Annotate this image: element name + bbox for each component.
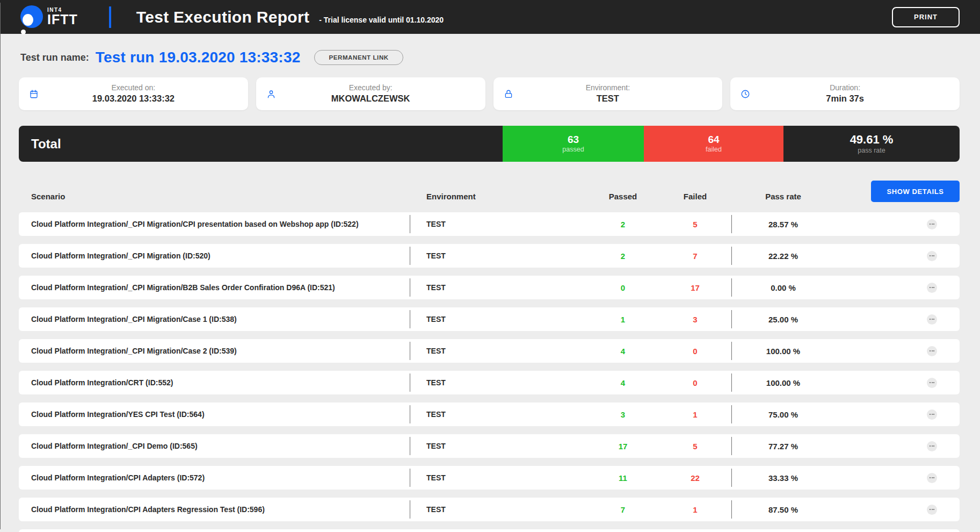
pass-rate-cell: 77.27 % xyxy=(731,434,835,458)
environment-cell: TEST xyxy=(410,339,587,363)
scenario-cell: Cloud Platform Integration/_CPI Migratio… xyxy=(19,251,410,260)
table-row: Cloud Platform Integration/_CPI Migratio… xyxy=(19,276,960,299)
table-row: Cloud Platform Integration/_CPI Migratio… xyxy=(19,339,960,363)
total-summary-bar: Total 63 passed 64 failed 49.61 % pass r… xyxy=(19,126,960,162)
table-row: Cloud Platform Integration/CPI Adapters … xyxy=(19,466,960,490)
pass-rate-cell: 33.33 % xyxy=(731,466,835,490)
pass-rate-cell: 75.00 % xyxy=(731,402,835,426)
scenario-cell: Cloud Platform Integration/CRT (ID:552) xyxy=(19,378,410,387)
passed-cell: 11 xyxy=(587,473,659,483)
pass-rate-cell: 22.22 % xyxy=(731,244,835,268)
permanent-link-button[interactable]: PERMANENT LINK xyxy=(314,50,403,65)
app-header: INT4 IFTT Test Execution Report - Trial … xyxy=(0,0,980,34)
card-label: Executed on: xyxy=(112,83,156,93)
scenario-cell: Cloud Platform Integration/CPI Adapters … xyxy=(19,505,410,514)
column-header-environment: Environment xyxy=(410,192,587,201)
column-header-scenario: Scenario xyxy=(19,192,410,201)
pass-rate-value: 49.61 % xyxy=(850,133,894,147)
pass-rate-cell: 87.50 % xyxy=(731,498,835,521)
scenario-cell: Cloud Platform Integration/_CPI Migratio… xyxy=(19,220,410,228)
table-row: Cloud Platform Integration/_CPI Migratio… xyxy=(19,307,960,331)
passed-cell: 4 xyxy=(587,347,659,356)
scenario-cell: Cloud Platform Integration/YES CPI Test … xyxy=(19,410,410,419)
failed-cell: 7 xyxy=(659,251,731,261)
failed-cell: 0 xyxy=(659,378,731,387)
pass-rate-cell: 25.00 % xyxy=(731,307,835,331)
page-title: Test Execution Report xyxy=(136,8,309,26)
card-executed-by: Executed by: MKOWALCZEWSK xyxy=(256,77,485,110)
environment-cell: TEST xyxy=(410,402,587,426)
row-actions-ellipsis-button[interactable] xyxy=(927,283,937,293)
passed-segment: 63 passed xyxy=(503,126,644,162)
test-run-bar: Test run name: Test run 19.03.2020 13:33… xyxy=(19,47,960,68)
row-actions-ellipsis-button[interactable] xyxy=(927,219,937,229)
failed-cell: 3 xyxy=(659,315,731,324)
table-row: Cloud Platform Integration/YES CPI Test … xyxy=(19,402,960,426)
test-run-name: Test run 19.03.2020 13:33:32 xyxy=(96,49,301,66)
scenario-cell: Cloud Platform Integration/_CPI Demo (ID… xyxy=(19,442,410,450)
scenario-cell: Cloud Platform Integration/_CPI Migratio… xyxy=(19,347,410,355)
column-header-pass-rate: Pass rate xyxy=(731,192,835,201)
title-divider xyxy=(109,6,111,28)
pass-rate-segment: 49.61 % pass rate xyxy=(783,126,960,162)
environment-cell: TEST xyxy=(410,498,587,521)
total-label: Total xyxy=(31,136,61,152)
row-actions-ellipsis-button[interactable] xyxy=(927,314,937,325)
card-value: MKOWALCZEWSK xyxy=(331,93,410,104)
calendar-icon xyxy=(29,89,39,99)
table-header: Scenario Environment Passed Failed Pass … xyxy=(19,180,960,202)
brand-bottom: IFTT xyxy=(47,13,78,26)
column-header-failed: Failed xyxy=(659,192,731,201)
show-details-button[interactable]: SHOW DETAILS xyxy=(871,181,960,202)
passed-cell: 2 xyxy=(587,251,659,261)
license-note: - Trial license valid until 01.10.2020 xyxy=(319,10,444,24)
failed-cell: 1 xyxy=(659,505,731,514)
pass-rate-cell: 0.00 % xyxy=(731,276,835,299)
print-button[interactable]: PRINT xyxy=(892,7,960,27)
passed-label: passed xyxy=(562,146,584,154)
pass-rate-label: pass rate xyxy=(858,147,885,155)
scenario-cell: Cloud Platform Integration/CPI Adapters … xyxy=(19,473,410,482)
table-row: Cloud Platform Integration/_CPI Migratio… xyxy=(19,244,960,268)
int4-logo-icon xyxy=(20,5,43,28)
failed-cell: 5 xyxy=(659,220,731,229)
passed-count: 63 xyxy=(568,134,579,146)
row-actions-ellipsis-button[interactable] xyxy=(927,441,937,451)
row-actions-ellipsis-button[interactable] xyxy=(927,251,937,261)
test-run-label: Test run name: xyxy=(20,52,89,63)
table-body: Cloud Platform Integration/_CPI Migratio… xyxy=(19,212,960,521)
table-row: Cloud Platform Integration/CPI Adapters … xyxy=(19,498,960,521)
card-label: Duration: xyxy=(830,83,860,93)
environment-cell: TEST xyxy=(410,307,587,331)
failed-segment: 64 failed xyxy=(644,126,783,162)
passed-cell: 17 xyxy=(587,442,659,451)
row-actions-ellipsis-button[interactable] xyxy=(927,378,937,388)
scenario-cell: Cloud Platform Integration/_CPI Migratio… xyxy=(19,315,410,323)
user-icon xyxy=(266,89,276,99)
row-actions-ellipsis-button[interactable] xyxy=(927,505,937,515)
card-value: TEST xyxy=(597,93,619,104)
passed-cell: 3 xyxy=(587,410,659,419)
card-value: 19.03.2020 13:33:32 xyxy=(92,93,175,104)
column-header-passed: Passed xyxy=(587,192,659,201)
card-label: Environment: xyxy=(586,83,630,93)
failed-cell: 1 xyxy=(659,410,731,419)
scenario-cell: Cloud Platform Integration/_CPI Migratio… xyxy=(19,283,410,292)
failed-cell: 5 xyxy=(659,442,731,451)
pass-rate-cell: 28.57 % xyxy=(731,212,835,236)
passed-cell: 4 xyxy=(587,378,659,387)
pass-rate-cell: 100.00 % xyxy=(731,371,835,394)
row-actions-ellipsis-button[interactable] xyxy=(927,409,937,420)
passed-cell: 2 xyxy=(587,220,659,229)
int4-iftt-logo: INT4 IFTT xyxy=(20,6,78,28)
clock-icon xyxy=(741,89,750,99)
card-executed-on: Executed on: 19.03.2020 13:33:32 xyxy=(19,77,248,110)
failed-count: 64 xyxy=(708,134,719,146)
card-environment: Environment: TEST xyxy=(493,77,723,110)
card-value: 7min 37s xyxy=(826,93,864,104)
row-actions-ellipsis-button[interactable] xyxy=(927,346,937,356)
passed-cell: 1 xyxy=(587,315,659,324)
environment-cell: TEST xyxy=(410,434,587,458)
passed-cell: 0 xyxy=(587,283,659,292)
row-actions-ellipsis-button[interactable] xyxy=(927,473,937,483)
